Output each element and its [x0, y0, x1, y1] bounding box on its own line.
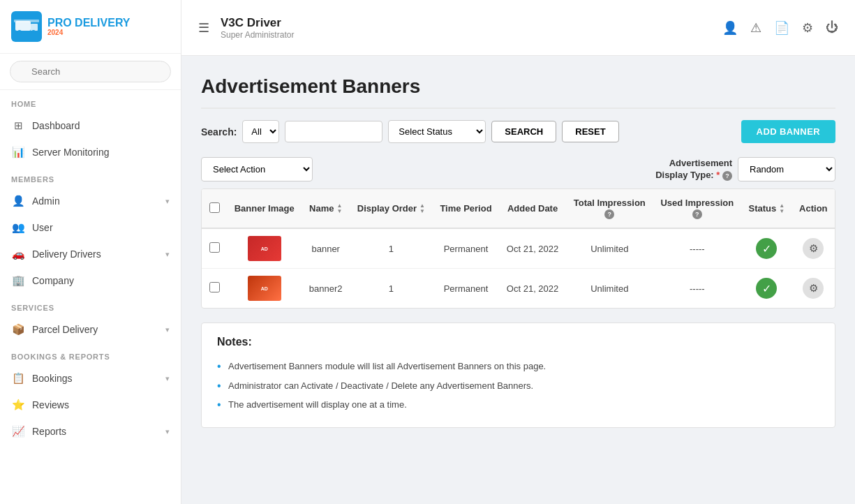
svg-rect-0: [15, 21, 31, 31]
sidebar-item-parcel-delivery[interactable]: 📦 Parcel Delivery ▾: [0, 316, 181, 343]
table-row: AD banner2 1 Permanent Oct 21, 2022 Unli…: [202, 269, 835, 309]
nav-section-bookings-reports: BOOKINGS & REPORTS: [0, 343, 181, 365]
row1-action: ⚙: [792, 228, 835, 269]
row2-total-impression: Unlimited: [566, 269, 653, 309]
notes-list: Advertisement Banners module will list a…: [217, 357, 819, 415]
logo-year-text: 2024: [47, 29, 131, 36]
notes-title: Notes:: [217, 336, 819, 348]
header-subtitle: Super Administrator: [221, 30, 711, 40]
notes-item-2: Administrator can Activate / Deactivate …: [217, 376, 819, 396]
sidebar-item-user[interactable]: 👥 User: [0, 214, 181, 241]
sidebar-item-delivery-drivers[interactable]: 🚗 Delivery Drivers ▾: [0, 241, 181, 267]
admin-chevron-icon: ▾: [165, 197, 170, 206]
row1-checkbox[interactable]: [209, 242, 220, 253]
row1-checkbox-cell: [202, 228, 227, 269]
row1-status: ✓: [741, 228, 792, 269]
search-box: [0, 54, 181, 90]
row1-banner-image-cell: AD: [227, 228, 302, 269]
display-type-block: AdvertisementDisplay Type: * ? Random Se…: [655, 157, 835, 181]
select-action-dropdown[interactable]: Select Action Activate Deactivate Delete: [201, 157, 313, 181]
profile-icon[interactable]: 👤: [722, 20, 738, 36]
row1-time-period: Permanent: [433, 228, 499, 269]
sidebar-item-server-monitoring-label: Server Monitoring: [32, 147, 110, 158]
svg-point-2: [17, 30, 22, 34]
parcel-delivery-chevron-icon: ▾: [165, 325, 170, 334]
th-banner-image: Banner Image: [227, 189, 302, 228]
banners-table: Banner Image Name ▲▼ Display Order ▲▼ Ti…: [202, 189, 835, 308]
page-title: Advertisement Banners: [201, 75, 835, 109]
search-button[interactable]: SEARCH: [491, 121, 556, 142]
row2-used-impression: -----: [653, 269, 741, 309]
display-type-select[interactable]: Random Sequential: [738, 157, 835, 181]
row1-gear-button[interactable]: ⚙: [803, 238, 824, 259]
row2-added-date: Oct 21, 2022: [499, 269, 566, 309]
filter-status-select[interactable]: Select Status Active Inactive: [388, 120, 486, 143]
svg-rect-4: [14, 20, 39, 22]
notes-item-3: The advertisement will display one at a …: [217, 395, 819, 415]
user-icon: 👥: [11, 221, 25, 235]
hamburger-icon[interactable]: ☰: [198, 20, 209, 36]
reports-icon: 📈: [11, 424, 25, 438]
bookings-icon: 📋: [11, 371, 25, 385]
document-icon[interactable]: 📄: [774, 20, 789, 36]
display-type-help-icon[interactable]: ?: [722, 171, 732, 181]
th-used-impression: Used Impression ?: [653, 189, 741, 228]
bookings-chevron-icon: ▾: [165, 374, 170, 383]
sidebar-item-reports[interactable]: 📈 Reports ▾: [0, 418, 181, 445]
row2-time-period: Permanent: [433, 269, 499, 309]
th-added-date: Added Date: [499, 189, 566, 228]
sidebar-item-reviews-label: Reviews: [32, 399, 69, 410]
svg-point-3: [31, 30, 36, 34]
sidebar-item-admin[interactable]: 👤 Admin ▾: [0, 188, 181, 214]
delivery-drivers-icon: 🚗: [11, 247, 25, 261]
row1-status-active-icon[interactable]: ✓: [756, 238, 777, 259]
company-icon: 🏢: [11, 274, 25, 288]
row2-status-active-icon[interactable]: ✓: [756, 278, 777, 299]
sidebar-item-parcel-delivery-label: Parcel Delivery: [32, 324, 98, 335]
used-impression-help-icon[interactable]: ?: [692, 209, 702, 219]
th-checkbox: [202, 189, 227, 228]
reset-button[interactable]: RESET: [562, 121, 618, 142]
sidebar-item-dashboard-label: Dashboard: [32, 120, 80, 131]
row2-checkbox[interactable]: [209, 282, 220, 292]
add-banner-button[interactable]: ADD BANNER: [741, 120, 835, 143]
sidebar-item-bookings[interactable]: 📋 Bookings ▾: [0, 365, 181, 392]
sidebar-item-server-monitoring[interactable]: 📊 Server Monitoring: [0, 139, 181, 165]
th-status[interactable]: Status ▲▼: [741, 189, 792, 228]
sidebar-item-reviews[interactable]: ⭐ Reviews: [0, 392, 181, 418]
parcel-delivery-icon: 📦: [11, 323, 25, 336]
sidebar: PRO DELIVERY 2024 HOME ⊞ Dashboard 📊 Ser…: [0, 0, 181, 504]
reports-chevron-icon: ▾: [165, 427, 170, 436]
row1-used-impression: -----: [653, 228, 741, 269]
table-row: AD banner 1 Permanent Oct 21, 2022 Unlim…: [202, 228, 835, 269]
reviews-icon: ⭐: [11, 398, 25, 412]
row2-banner-image: AD: [248, 276, 281, 301]
sidebar-logo: PRO DELIVERY 2024: [0, 0, 181, 54]
filter-all-select[interactable]: All: [242, 120, 279, 143]
row1-total-impression: Unlimited: [566, 228, 653, 269]
alert-icon[interactable]: ⚠: [750, 20, 761, 36]
search-input[interactable]: [10, 61, 171, 82]
row2-gear-button[interactable]: ⚙: [803, 278, 824, 299]
sidebar-item-company[interactable]: 🏢 Company: [0, 267, 181, 294]
admin-icon: 👤: [11, 194, 25, 208]
sidebar-item-dashboard[interactable]: ⊞ Dashboard: [0, 112, 181, 139]
filter-text-input[interactable]: [285, 121, 382, 142]
sidebar-item-bookings-label: Bookings: [32, 373, 73, 384]
power-icon[interactable]: ⏻: [826, 20, 838, 35]
server-monitoring-icon: 📊: [11, 145, 25, 159]
th-display-order[interactable]: Display Order ▲▼: [350, 189, 433, 228]
row2-banner-image-cell: AD: [227, 269, 302, 309]
svg-rect-1: [31, 24, 38, 31]
header-title: V3C Driver: [221, 16, 711, 30]
row1-name: banner: [302, 228, 350, 269]
select-all-checkbox[interactable]: [209, 202, 220, 213]
settings-icon[interactable]: ⚙: [802, 20, 813, 36]
sidebar-item-user-label: User: [32, 222, 53, 233]
total-impression-help-icon[interactable]: ?: [604, 209, 614, 219]
dashboard-icon: ⊞: [11, 119, 25, 133]
row1-display-order: 1: [350, 228, 433, 269]
row2-action: ⚙: [792, 269, 835, 309]
th-name[interactable]: Name ▲▼: [302, 189, 350, 228]
banners-table-wrap: Banner Image Name ▲▼ Display Order ▲▼ Ti…: [201, 188, 835, 309]
